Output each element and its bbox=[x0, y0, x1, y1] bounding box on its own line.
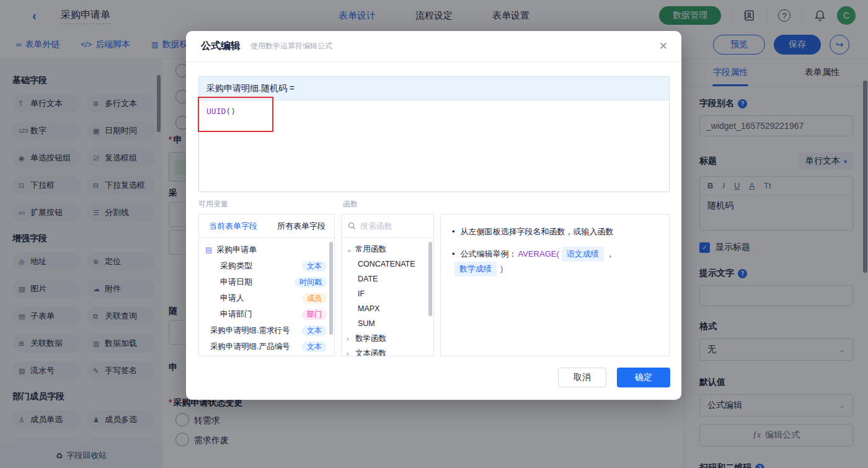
type-badge: 部门 bbox=[302, 309, 327, 320]
variable-name: 采购申请明细.产品编号 bbox=[210, 342, 290, 352]
type-badge: 文本 bbox=[302, 342, 327, 352]
variable-name: 申请人 bbox=[220, 293, 244, 304]
formula-edit-modal: 公式编辑 使用数学运算符编辑公式 ✕ 采购申请明细.随机码 = UUID() 可… bbox=[186, 31, 681, 400]
variable-name: 申请部门 bbox=[220, 309, 252, 320]
variables-pane-label: 可用变量 bbox=[198, 199, 228, 210]
functions-pane-label: 函数 bbox=[343, 199, 358, 210]
functions-scrollbar[interactable] bbox=[428, 242, 432, 316]
tree-root-row[interactable]: ▤采购申请单 bbox=[199, 242, 334, 258]
variable-row[interactable]: 申请部门部门 bbox=[199, 306, 334, 322]
variable-tabs: 当前表单字段 所有表单字段 bbox=[199, 214, 334, 238]
tip-close-paren: ) bbox=[500, 262, 503, 276]
chevron-down-icon: ⌄ bbox=[347, 246, 352, 253]
function-group-common[interactable]: ⌄常用函数 bbox=[342, 242, 433, 257]
formula-editor-box: 采购申请明细.随机码 = UUID() bbox=[198, 76, 670, 192]
variables-scrollbar[interactable] bbox=[329, 242, 333, 335]
variable-row[interactable]: 采购申请明细.需求行号文本 bbox=[199, 322, 334, 338]
tip-prefix: 公式编辑举例： bbox=[461, 247, 517, 262]
form-doc-icon: ▤ bbox=[205, 245, 212, 254]
function-search-input[interactable] bbox=[360, 221, 422, 231]
variable-name: 申请日期 bbox=[220, 276, 252, 288]
type-badge: 时间戳 bbox=[294, 277, 327, 288]
tip-comma: ， bbox=[606, 247, 614, 262]
function-item[interactable]: SUM bbox=[342, 316, 433, 331]
tip-line-2: 公式编辑举例： AVERAGE( 语文成绩 ， 数学成绩 ) bbox=[452, 247, 658, 276]
function-group-text[interactable]: ›文本函数 bbox=[342, 346, 433, 356]
chevron-right-icon: › bbox=[347, 335, 352, 342]
group-label: 数学函数 bbox=[355, 333, 386, 344]
annotation-red-rectangle bbox=[198, 97, 273, 132]
tip-field-chip: 数学成绩 bbox=[454, 262, 497, 276]
variable-row[interactable]: 申请日期时间戳 bbox=[199, 274, 334, 290]
variable-row[interactable]: 申请人成员 bbox=[199, 290, 334, 306]
functions-pane: ⌄常用函数 CONCATENATE DATE IF MAPX SUM ›数学函数… bbox=[341, 214, 434, 356]
function-item[interactable]: MAPX bbox=[342, 301, 433, 316]
function-tree: ⌄常用函数 CONCATENATE DATE IF MAPX SUM ›数学函数… bbox=[342, 238, 433, 356]
function-item[interactable]: DATE bbox=[342, 272, 433, 286]
chevron-right-icon: › bbox=[347, 350, 352, 357]
close-icon[interactable]: ✕ bbox=[659, 40, 668, 53]
group-label: 文本函数 bbox=[355, 348, 386, 357]
tab-current-form-fields[interactable]: 当前表单字段 bbox=[209, 221, 257, 232]
tip-function-name: AVERAGE( bbox=[518, 247, 559, 262]
search-icon bbox=[348, 222, 356, 230]
tips-pane: 从左侧面板选择字段名和函数，或输入函数 公式编辑举例： AVERAGE( 语文成… bbox=[440, 214, 670, 356]
type-badge: 文本 bbox=[302, 261, 327, 272]
modal-subtitle: 使用数学运算符编辑公式 bbox=[250, 41, 332, 51]
type-badge: 文本 bbox=[302, 325, 327, 336]
group-label: 常用函数 bbox=[355, 244, 386, 255]
modal-title: 公式编辑 bbox=[201, 40, 241, 53]
tree-root-label: 采购申请单 bbox=[216, 244, 257, 255]
variable-row[interactable]: 采购类型文本 bbox=[199, 258, 334, 274]
tab-all-form-fields[interactable]: 所有表单字段 bbox=[277, 221, 326, 232]
cancel-button[interactable]: 取消 bbox=[558, 368, 606, 387]
variable-name: 采购类型 bbox=[220, 260, 252, 272]
tip-line-1: 从左侧面板选择字段名和函数，或输入函数 bbox=[452, 224, 658, 239]
function-group-math[interactable]: ›数学函数 bbox=[342, 331, 433, 346]
variable-tree: ▤采购申请单 采购类型文本 申请日期时间戳 申请人成员 申请部门部门 采购申请明… bbox=[199, 238, 334, 355]
app-root: ‹ 采购申请单 表单设计 流程设定 表单设置 数据管理 ? C ∞ 表 bbox=[0, 0, 868, 468]
tip-field-chip: 语文成绩 bbox=[562, 247, 604, 262]
confirm-button[interactable]: 确定 bbox=[617, 368, 670, 387]
variable-row[interactable]: 采购申请明细.产品编号文本 bbox=[199, 338, 334, 355]
variables-pane: 当前表单字段 所有表单字段 ▤采购申请单 采购类型文本 申请日期时间戳 申请人成… bbox=[198, 214, 335, 356]
function-item[interactable]: IF bbox=[342, 286, 433, 301]
function-item[interactable]: CONCATENATE bbox=[342, 257, 433, 272]
modal-header: 公式编辑 使用数学运算符编辑公式 ✕ bbox=[186, 31, 681, 62]
variable-name: 采购申请明细.需求行号 bbox=[210, 325, 290, 336]
function-search bbox=[342, 214, 433, 238]
type-badge: 成员 bbox=[302, 293, 327, 304]
